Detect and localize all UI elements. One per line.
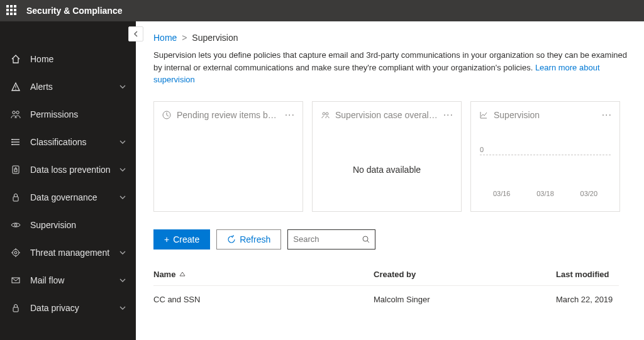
- lock-icon: [10, 302, 21, 314]
- search-box[interactable]: [287, 229, 375, 250]
- svg-point-14: [13, 250, 19, 256]
- sidebar-item-dlp[interactable]: Data loss prevention: [0, 156, 136, 184]
- refresh-icon: [227, 235, 236, 244]
- chart-x-tick: 03/18: [536, 190, 554, 197]
- svg-point-23: [323, 112, 325, 115]
- card-pending-review: Pending review items by p... ···: [153, 101, 303, 212]
- home-icon: [10, 53, 21, 65]
- row-modified: March 22, 2019: [556, 295, 619, 304]
- svg-rect-12: [13, 197, 18, 201]
- page-description: Supervision lets you define policies tha…: [153, 49, 638, 86]
- main-content: Home > Supervision Supervision lets you …: [136, 21, 644, 340]
- sidebar-item-mailflow[interactable]: Mail flow: [0, 266, 136, 294]
- column-header-modified[interactable]: Last modified: [556, 270, 619, 279]
- sidebar-item-label: Permissions: [30, 109, 78, 119]
- svg-rect-21: [13, 307, 18, 312]
- svg-line-26: [367, 241, 369, 243]
- card-supervision-chart: Supervision ··· 0 03/16 03/18 03/20: [470, 101, 620, 212]
- chart-y-label: 0: [480, 146, 484, 153]
- search-input[interactable]: [293, 234, 362, 244]
- svg-point-13: [14, 224, 17, 226]
- card-more-button[interactable]: ···: [285, 109, 295, 121]
- refresh-button[interactable]: Refresh: [216, 229, 281, 250]
- card-chart: 0 03/16 03/18 03/20: [471, 128, 619, 211]
- dlp-icon: [10, 164, 21, 175]
- collapse-sidebar-button[interactable]: [128, 26, 143, 41]
- mail-icon: [10, 275, 21, 286]
- chart-x-axis: 03/16 03/18 03/20: [480, 190, 611, 197]
- sidebar-item-label: Mail flow: [30, 275, 64, 285]
- card-supervision-case: Supervision case overall p... ··· No dat…: [312, 101, 462, 212]
- chart-x-tick: 03/16: [493, 190, 511, 197]
- table-header: Name Created by Last modified: [153, 263, 619, 286]
- svg-point-9: [11, 144, 13, 145]
- chevron-down-icon: [119, 306, 126, 310]
- chart-icon: [479, 110, 489, 120]
- dashboard-cards: Pending review items by p... ··· Supervi…: [153, 101, 644, 212]
- sidebar-item-supervision[interactable]: Supervision: [0, 211, 136, 239]
- sidebar-item-label: Supervision: [30, 220, 76, 230]
- sidebar-item-classifications[interactable]: Classifications: [0, 128, 136, 156]
- svg-point-2: [13, 111, 15, 114]
- card-title: Supervision: [494, 110, 597, 120]
- create-button[interactable]: + Create: [153, 229, 210, 250]
- svg-point-25: [363, 236, 368, 241]
- sidebar-item-label: Data privacy: [30, 303, 79, 313]
- breadcrumb-separator: >: [182, 33, 187, 43]
- people-icon: [320, 110, 330, 120]
- clock-icon: [162, 110, 172, 120]
- sidebar-item-home[interactable]: Home: [0, 45, 136, 73]
- svg-point-15: [14, 251, 17, 254]
- card-title: Supervision case overall p...: [335, 110, 438, 120]
- sidebar: Home Alerts Permissions Classifi: [0, 21, 136, 340]
- card-body: [154, 128, 303, 211]
- chevron-down-icon: [119, 140, 126, 144]
- sidebar-item-data-privacy[interactable]: Data privacy: [0, 294, 136, 322]
- chart-x-tick: 03/20: [580, 190, 598, 197]
- sidebar-item-label: Home: [30, 54, 53, 64]
- card-body: No data available: [313, 128, 461, 211]
- breadcrumb-home-link[interactable]: Home: [153, 33, 177, 43]
- sidebar-item-label: Alerts: [30, 82, 53, 92]
- breadcrumb-current: Supervision: [192, 33, 238, 43]
- chevron-down-icon: [119, 168, 126, 172]
- card-more-button[interactable]: ···: [443, 109, 453, 121]
- chevron-down-icon: [119, 251, 126, 255]
- chart-gridline: [480, 155, 611, 155]
- sidebar-item-permissions[interactable]: Permissions: [0, 101, 136, 128]
- toolbar: + Create Refresh: [153, 229, 644, 250]
- app-launcher-icon[interactable]: [6, 5, 18, 16]
- svg-rect-10: [13, 166, 19, 173]
- top-bar: Security & Compliance: [0, 0, 644, 21]
- card-more-button[interactable]: ···: [602, 109, 612, 121]
- column-header-created[interactable]: Created by: [374, 270, 556, 279]
- search-icon: [362, 236, 370, 243]
- threat-icon: [10, 247, 21, 258]
- breadcrumb: Home > Supervision: [153, 33, 644, 43]
- eye-icon: [10, 219, 21, 231]
- svg-rect-11: [14, 169, 17, 172]
- plus-icon: +: [164, 234, 169, 244]
- permissions-icon: [10, 109, 21, 120]
- alert-icon: [10, 81, 21, 92]
- sidebar-item-label: Data loss prevention: [30, 165, 111, 175]
- classifications-icon: [10, 136, 21, 148]
- sidebar-item-alerts[interactable]: Alerts: [0, 73, 136, 101]
- sidebar-item-label: Classifications: [30, 137, 86, 147]
- sidebar-item-label: Threat management: [30, 248, 109, 258]
- column-header-name[interactable]: Name: [153, 270, 374, 279]
- sidebar-item-threat[interactable]: Threat management: [0, 239, 136, 266]
- chevron-down-icon: [119, 85, 126, 89]
- chevron-down-icon: [119, 278, 126, 282]
- svg-point-7: [11, 139, 13, 140]
- sidebar-item-label: Data governance: [30, 192, 97, 202]
- svg-point-3: [16, 111, 19, 114]
- svg-point-1: [15, 89, 16, 89]
- card-title: Pending review items by p...: [177, 110, 280, 120]
- table-row[interactable]: CC and SSN Malcolm Singer March 22, 2019: [153, 286, 619, 313]
- chevron-down-icon: [119, 195, 126, 199]
- row-created: Malcolm Singer: [374, 295, 556, 304]
- policy-table: Name Created by Last modified CC and SSN…: [153, 263, 619, 313]
- sidebar-item-data-governance[interactable]: Data governance: [0, 184, 136, 211]
- lock-icon: [10, 192, 21, 203]
